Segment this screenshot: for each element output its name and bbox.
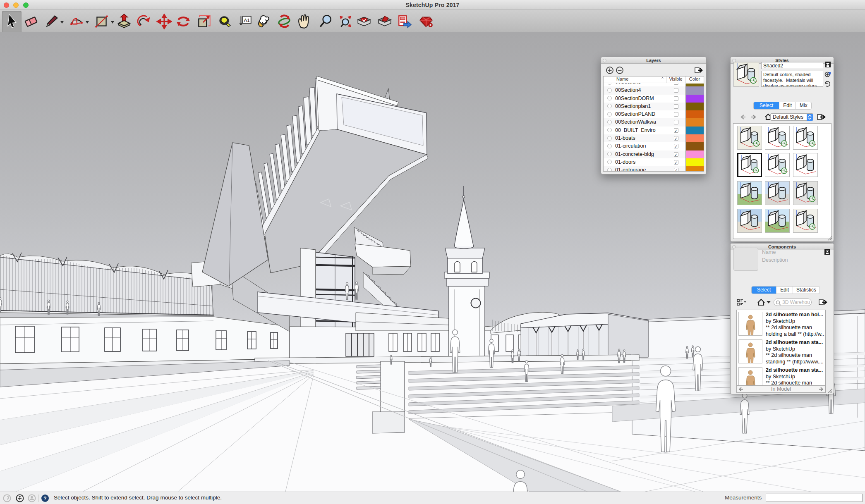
svg-text:A1: A1 bbox=[244, 17, 250, 23]
svg-text:?: ? bbox=[43, 496, 46, 502]
